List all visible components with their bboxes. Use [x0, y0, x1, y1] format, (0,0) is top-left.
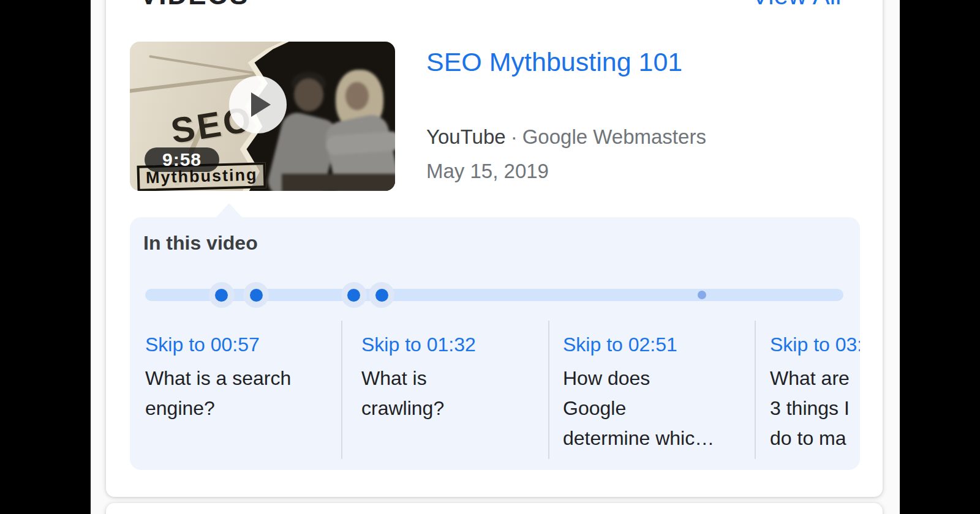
column-divider — [755, 321, 756, 459]
key-moment-item: Skip to 03: What are 3 things I do to ma — [770, 330, 860, 453]
column-divider — [341, 321, 342, 459]
video-date: May 15, 2019 — [426, 158, 549, 185]
key-moment-item: Skip to 00:57 What is a search engine? — [145, 330, 335, 423]
duration-badge: 9:58 — [145, 147, 219, 172]
skip-to-link[interactable]: Skip to 01:32 — [361, 330, 551, 359]
key-moment-dot[interactable] — [209, 282, 235, 308]
key-moment-dot[interactable] — [341, 282, 367, 308]
page: VIDEOS View All SEO 101 Mythbu — [0, 0, 980, 514]
video-title-link[interactable]: SEO Mythbusting 101 — [426, 45, 682, 78]
key-moment-description: What is crawling? — [361, 363, 551, 423]
videos-section-title: VIDEOS — [140, 0, 249, 9]
key-moment-item: Skip to 02:51 How does Google determine … — [563, 330, 753, 453]
next-result-card — [106, 503, 883, 514]
panel-heading: In this video — [143, 231, 258, 255]
video-channel: Google Webmasters — [522, 125, 706, 148]
skip-to-link[interactable]: Skip to 02:51 — [563, 330, 753, 359]
play-triangle-icon — [251, 92, 271, 117]
skip-to-link[interactable]: Skip to 03: — [770, 330, 860, 359]
play-icon[interactable] — [229, 76, 287, 133]
video-source-line: YouTube·Google Webmasters — [426, 124, 706, 151]
key-moment-description: What are 3 things I do to ma — [770, 363, 860, 453]
video-timeline[interactable] — [145, 289, 843, 301]
key-moment-dot[interactable] — [369, 282, 394, 308]
video-source: YouTube — [426, 125, 506, 148]
key-moment-description: How does Google determine whic… — [563, 363, 753, 453]
view-all-link[interactable]: View All — [752, 0, 841, 9]
in-this-video-panel: In this video Skip to 00:57 What is a se… — [130, 217, 860, 470]
video-result-card: VIDEOS View All SEO 101 Mythbu — [106, 0, 883, 497]
callout-pointer — [216, 203, 243, 218]
key-moment-dot[interactable] — [243, 282, 269, 308]
meta-separator: · — [506, 125, 522, 148]
key-moment-item: Skip to 01:32 What is crawling? — [361, 330, 551, 423]
skip-to-link[interactable]: Skip to 00:57 — [145, 330, 335, 359]
video-thumbnail[interactable]: SEO 101 Mythbusting 9:58 — [130, 42, 395, 191]
key-moment-dot-minor[interactable] — [698, 291, 706, 299]
key-moment-description: What is a search engine? — [145, 363, 335, 423]
